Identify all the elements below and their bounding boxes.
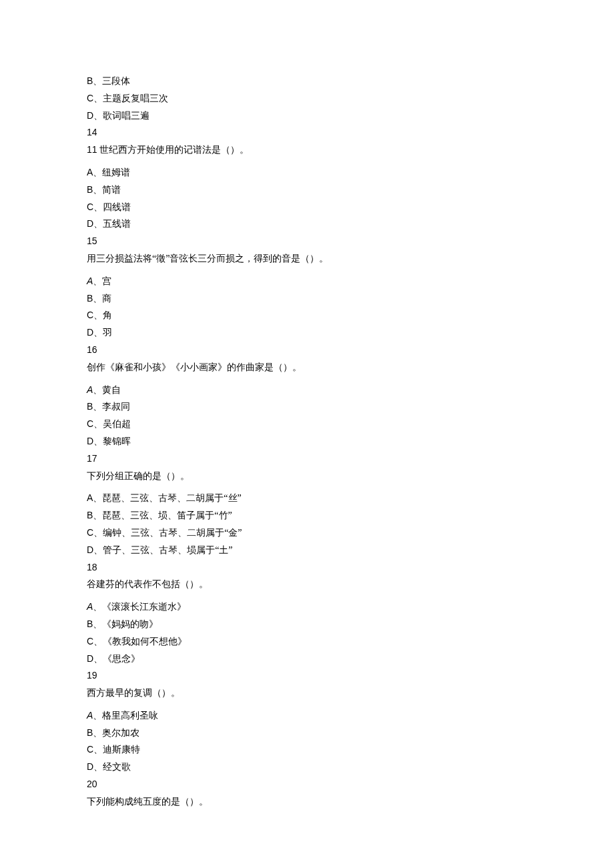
option-c: C、主题反复唱三次 xyxy=(87,91,527,107)
option-c: C、《教我如何不想他》 xyxy=(87,634,527,650)
question-stem: 谷建芬的代表作不包括（）。 xyxy=(87,576,527,592)
option-d: D、五线谱 xyxy=(87,216,527,232)
question-18: 18 谷建芬的代表作不包括（）。 A、《滚滚长江东逝水》 B、《妈妈的吻》 C、… xyxy=(87,560,527,667)
question-number: 15 xyxy=(87,234,527,250)
question-stem: 创作《麻雀和小孩》《小小画家》的作曲家是（）。 xyxy=(87,360,527,376)
option-a: A、格里高利圣咏 xyxy=(87,708,527,724)
question-stem: 下列分组正确的是（）。 xyxy=(87,468,527,484)
document-body: B、三段体 C、主题反复唱三次 D、歌词唱三遍 14 11 世纪西方开始使用的记… xyxy=(87,73,527,810)
question-stem: 下列能构成纯五度的是（）。 xyxy=(87,794,527,810)
question-17: 17 下列分组正确的是（）。 A、琵琶、三弦、古琴、二胡属于“丝” B、琵琶、三… xyxy=(87,451,527,558)
option-a: A、《滚滚长江东逝水》 xyxy=(87,599,527,615)
question-stem: 西方最早的复调（）。 xyxy=(87,685,527,701)
option-c: C、角 xyxy=(87,308,527,324)
option-b: B、《妈妈的吻》 xyxy=(87,616,527,632)
question-stem: 用三分损益法将“徵”音弦长三分而损之，得到的音是（）。 xyxy=(87,251,527,267)
question-20: 20 下列能构成纯五度的是（）。 xyxy=(87,777,527,810)
option-d: D、经文歌 xyxy=(87,759,527,775)
question-number: 18 xyxy=(87,560,527,576)
question-16: 16 创作《麻雀和小孩》《小小画家》的作曲家是（）。 A、黄自 B、李叔同 C、… xyxy=(87,342,527,450)
option-c: C、吴伯超 xyxy=(87,416,527,432)
question-stem: 11 世纪西方开始使用的记谱法是（）。 xyxy=(87,142,527,158)
option-b: B、奥尔加农 xyxy=(87,725,527,741)
option-b: B、商 xyxy=(87,291,527,307)
option-c: C、迪斯康特 xyxy=(87,742,527,758)
question-number: 16 xyxy=(87,342,527,358)
option-b: B、简谱 xyxy=(87,182,527,198)
option-d: D、黎锦晖 xyxy=(87,434,527,450)
question-15: 15 用三分损益法将“徵”音弦长三分而损之，得到的音是（）。 A、宫 B、商 C… xyxy=(87,234,527,341)
option-d: D、《思念》 xyxy=(87,651,527,667)
option-d: D、羽 xyxy=(87,325,527,341)
option-a: A、宫 xyxy=(87,274,527,290)
question-number: 14 xyxy=(87,125,527,141)
option-d: D、管子、三弦、古琴、埙属于“土” xyxy=(87,542,527,558)
pre-options-block: B、三段体 C、主题反复唱三次 D、歌词唱三遍 xyxy=(87,73,527,123)
option-a: A、黄自 xyxy=(87,382,527,398)
question-number: 19 xyxy=(87,668,527,684)
option-b: B、三段体 xyxy=(87,73,527,89)
option-b: B、琵琶、三弦、埙、笛子属于“竹” xyxy=(87,508,527,524)
option-a: A、琵琶、三弦、古琴、二胡属于“丝” xyxy=(87,490,527,506)
question-number: 20 xyxy=(87,777,527,793)
question-number: 17 xyxy=(87,451,527,467)
option-c: C、四线谱 xyxy=(87,199,527,215)
option-c: C、编钟、三弦、古琴、二胡属于“金” xyxy=(87,525,527,541)
question-19: 19 西方最早的复调（）。 A、格里高利圣咏 B、奥尔加农 C、迪斯康特 D、经… xyxy=(87,668,527,775)
option-d: D、歌词唱三遍 xyxy=(87,108,527,124)
question-14: 14 11 世纪西方开始使用的记谱法是（）。 A、纽姆谱 B、简谱 C、四线谱 … xyxy=(87,125,527,232)
option-a: A、纽姆谱 xyxy=(87,165,527,181)
option-b: B、李叔同 xyxy=(87,399,527,415)
